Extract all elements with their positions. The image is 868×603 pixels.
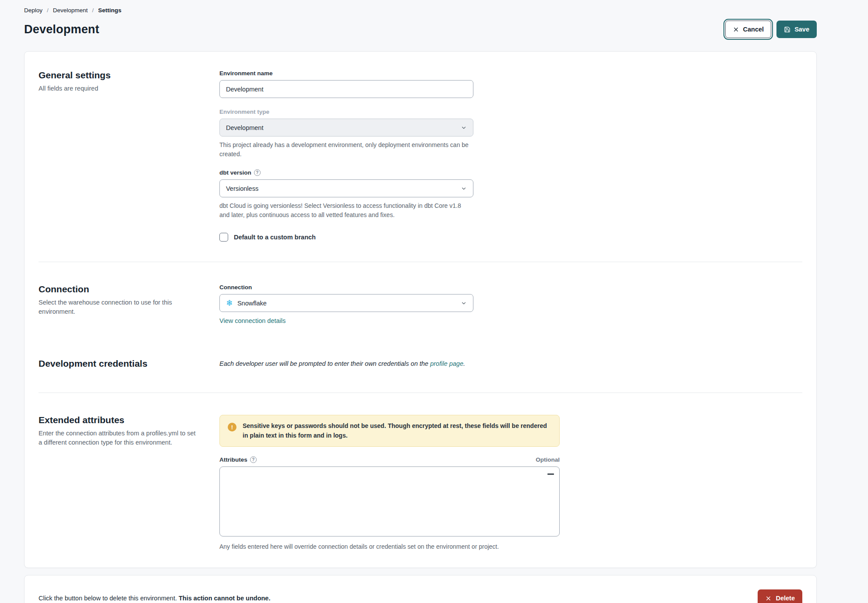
development-credentials-note: Each developer user will be prompted to … bbox=[219, 358, 802, 367]
cancel-button-label: Cancel bbox=[743, 26, 764, 33]
breadcrumb-separator: / bbox=[92, 7, 94, 14]
dbt-version-field: dbt version ? Versionless dbt Cloud is g… bbox=[219, 169, 473, 220]
dbt-version-help: dbt Cloud is going versionless! Select V… bbox=[219, 201, 471, 220]
extended-attributes-form: ! Sensitive keys or passwords should not… bbox=[219, 415, 560, 550]
breadcrumb-settings: Settings bbox=[98, 7, 121, 14]
chevron-down-icon bbox=[461, 300, 467, 306]
delete-environment-text: Click the button below to delete this en… bbox=[39, 595, 270, 602]
header-actions: Cancel Save bbox=[725, 21, 817, 38]
view-connection-details-link[interactable]: View connection details bbox=[219, 317, 286, 324]
spacer bbox=[39, 324, 802, 358]
chevron-down-icon bbox=[461, 186, 467, 192]
optional-badge: Optional bbox=[536, 456, 560, 463]
cancel-button[interactable]: Cancel bbox=[725, 21, 772, 38]
connection-intro: Connection Select the warehouse connecti… bbox=[39, 284, 219, 316]
environment-name-label: Environment name bbox=[219, 70, 473, 77]
environment-type-select: Development bbox=[219, 119, 473, 137]
general-settings-description: All fields are required bbox=[39, 84, 196, 93]
section-divider bbox=[39, 262, 802, 262]
custom-branch-row[interactable]: Default to a custom branch bbox=[219, 233, 802, 242]
attributes-header: Attributes ? Optional bbox=[219, 456, 560, 463]
development-credentials-section: Development credentials Each developer u… bbox=[39, 358, 802, 372]
general-settings-intro: General settings All fields are required bbox=[39, 70, 219, 93]
environment-type-help: This project already has a development e… bbox=[219, 140, 471, 159]
custom-branch-checkbox[interactable] bbox=[219, 233, 228, 242]
attributes-textarea[interactable] bbox=[219, 466, 560, 536]
delete-button-label: Delete bbox=[776, 595, 795, 602]
dbt-version-value: Versionless bbox=[226, 185, 258, 192]
connection-form: Connection ❄ Snowflake View connection d… bbox=[219, 284, 802, 324]
environment-type-label: Environment type bbox=[219, 109, 473, 115]
snowflake-icon: ❄ bbox=[226, 299, 233, 307]
environment-type-value: Development bbox=[226, 124, 263, 131]
general-settings-section: General settings All fields are required… bbox=[39, 70, 802, 242]
connection-heading: Connection bbox=[39, 284, 219, 294]
delete-environment-card: Click the button below to delete this en… bbox=[24, 575, 817, 603]
connection-field: Connection ❄ Snowflake View connection d… bbox=[219, 284, 473, 324]
dbt-version-select[interactable]: Versionless bbox=[219, 179, 473, 197]
collapse-editor-icon[interactable] bbox=[547, 470, 554, 478]
help-icon[interactable]: ? bbox=[254, 169, 261, 176]
page-header: Development Cancel Save bbox=[24, 21, 817, 38]
breadcrumb-development[interactable]: Development bbox=[53, 7, 88, 14]
connection-select[interactable]: ❄ Snowflake bbox=[219, 294, 473, 312]
environment-name-field: Environment name bbox=[219, 70, 473, 98]
extended-attributes-heading: Extended attributes bbox=[39, 415, 219, 425]
connection-section: Connection Select the warehouse connecti… bbox=[39, 284, 802, 324]
credentials-note-text: Each developer user will be prompted to … bbox=[219, 360, 430, 367]
chevron-down-icon bbox=[461, 125, 467, 131]
attributes-footer: Any fields entered here will override co… bbox=[219, 543, 560, 550]
breadcrumb-separator: / bbox=[47, 7, 49, 14]
attributes-label: Attributes ? bbox=[219, 456, 257, 463]
extended-attributes-intro: Extended attributes Enter the connection… bbox=[39, 415, 219, 447]
delete-text-bold: This action cannot be undone. bbox=[179, 595, 270, 602]
delete-button[interactable]: Delete bbox=[758, 589, 802, 603]
warning-text: Sensitive keys or passwords should not b… bbox=[243, 421, 551, 440]
save-button[interactable]: Save bbox=[776, 21, 817, 38]
close-icon bbox=[765, 595, 772, 602]
general-settings-heading: General settings bbox=[39, 70, 219, 81]
connection-description: Select the warehouse connection to use f… bbox=[39, 298, 196, 316]
section-divider bbox=[39, 393, 802, 393]
dbt-version-label: dbt version ? bbox=[219, 169, 473, 176]
dbt-version-label-text: dbt version bbox=[219, 169, 251, 176]
sensitive-keys-warning: ! Sensitive keys or passwords should not… bbox=[219, 415, 560, 447]
close-icon bbox=[733, 26, 739, 33]
delete-text: Click the button below to delete this en… bbox=[39, 595, 179, 602]
breadcrumb: Deploy / Development / Settings bbox=[24, 4, 817, 14]
help-icon[interactable]: ? bbox=[250, 456, 257, 463]
save-button-label: Save bbox=[794, 26, 809, 33]
environment-name-input[interactable] bbox=[219, 80, 473, 98]
development-credentials-intro: Development credentials bbox=[39, 358, 219, 372]
breadcrumb-deploy[interactable]: Deploy bbox=[24, 7, 42, 14]
attributes-label-text: Attributes bbox=[219, 456, 247, 463]
connection-value: Snowflake bbox=[237, 300, 267, 307]
environment-settings-page: Deploy / Development / Settings Developm… bbox=[0, 0, 868, 603]
warning-icon: ! bbox=[228, 423, 236, 431]
page-title: Development bbox=[24, 23, 99, 36]
save-icon bbox=[784, 26, 790, 33]
extended-attributes-description: Enter the connection attributes from a p… bbox=[39, 429, 196, 447]
minus-icon bbox=[547, 473, 554, 475]
extended-attributes-section: Extended attributes Enter the connection… bbox=[39, 415, 802, 550]
profile-page-link[interactable]: profile page bbox=[430, 360, 463, 367]
settings-card: General settings All fields are required… bbox=[24, 51, 817, 568]
connection-label: Connection bbox=[219, 284, 473, 291]
development-credentials-heading: Development credentials bbox=[39, 358, 219, 369]
credentials-note-period: . bbox=[463, 360, 465, 367]
general-settings-form: Environment name Environment type Develo… bbox=[219, 70, 802, 242]
environment-type-field: Environment type Development This projec… bbox=[219, 109, 473, 159]
custom-branch-label: Default to a custom branch bbox=[234, 234, 316, 241]
attributes-editor bbox=[219, 466, 560, 538]
